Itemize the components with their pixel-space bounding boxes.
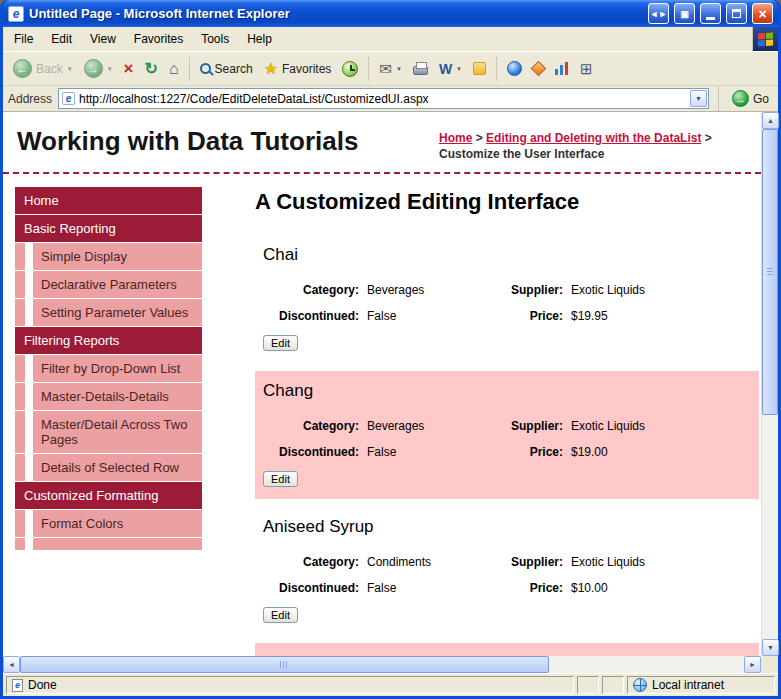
sidebar-item-format-colors[interactable]: Format Colors <box>33 510 202 537</box>
sidebar-item-details-of-selected-row[interactable]: Details of Selected Row <box>33 454 202 481</box>
search-icon <box>200 63 211 74</box>
breadcrumb: Home > Editing and Deleting with the Dat… <box>439 126 747 162</box>
minimize-button[interactable] <box>700 3 721 24</box>
media-diamond-icon <box>531 61 547 77</box>
chart-button[interactable] <box>551 60 573 77</box>
vertical-scroll-thumb[interactable] <box>762 129 778 415</box>
word-icon: W <box>439 62 452 76</box>
home-button[interactable]: ⌂ <box>165 59 183 79</box>
sidebar-row: Master-Details-Details <box>15 383 202 410</box>
vertical-scrollbar[interactable]: ▲ ▼ <box>761 112 778 656</box>
address-input[interactable] <box>79 89 686 108</box>
category-label: Category: <box>263 555 359 569</box>
discuss-button[interactable] <box>469 60 490 77</box>
supplier-value: Exotic Liquids <box>571 419 751 433</box>
price-value: $19.95 <box>571 309 751 323</box>
nav-indent-gap <box>25 271 33 298</box>
address-dropdown-button[interactable]: ▼ <box>690 90 707 107</box>
product-name: Chang <box>263 381 751 401</box>
edit-button[interactable]: Edit <box>263 607 298 623</box>
supplier-label: Supplier: <box>487 555 563 569</box>
media-button[interactable] <box>529 61 548 76</box>
print-button[interactable] <box>409 60 432 77</box>
breadcrumb-link-home[interactable]: Home <box>439 131 472 145</box>
sidebar-item-simple-display[interactable]: Simple Display <box>33 243 202 270</box>
grid-button[interactable]: ⊞ <box>576 59 597 78</box>
menu-favorites[interactable]: Favorites <box>125 28 192 50</box>
scroll-down-button[interactable]: ▼ <box>762 639 779 656</box>
site-title: Working with Data Tutorials <box>17 126 358 162</box>
sidebar-item-setting-parameter-values[interactable]: Setting Parameter Values <box>33 299 202 326</box>
discontinued-value: False <box>367 581 479 595</box>
horizontal-scrollbar[interactable]: ◄ ► <box>3 656 778 673</box>
history-button[interactable] <box>338 59 362 79</box>
menu-edit[interactable]: Edit <box>42 28 81 50</box>
sidebar-item-filter-by-dropdown-list[interactable]: Filter by Drop-Down List <box>33 355 202 382</box>
window-arrows-button[interactable]: ◄► <box>648 3 669 24</box>
go-label: Go <box>753 92 769 106</box>
category-value: Beverages <box>367 419 479 433</box>
menu-tools[interactable]: Tools <box>192 28 238 50</box>
search-label: Search <box>215 62 253 76</box>
go-button[interactable]: → Go <box>728 89 773 108</box>
price-value: $10.00 <box>571 581 751 595</box>
scroll-right-button[interactable]: ► <box>744 656 761 673</box>
breadcrumb-link-section[interactable]: Editing and Deleting with the DataList <box>486 131 701 145</box>
back-button[interactable]: ← Back ▼ <box>9 57 77 80</box>
category-label: Category: <box>263 283 359 297</box>
scroll-up-button[interactable]: ▲ <box>762 112 779 129</box>
sidebar-item-master-details-details[interactable]: Master-Details-Details <box>33 383 202 410</box>
page-title: A Customized Editing Interface <box>255 189 759 215</box>
price-label: Price: <box>487 445 563 459</box>
search-button[interactable]: Search <box>196 60 257 78</box>
sidebar-item-master-detail-across-two-pages[interactable]: Master/Detail Across Two Pages <box>33 411 202 453</box>
menu-file[interactable]: File <box>5 28 42 50</box>
nav-indent-sliver <box>15 454 25 481</box>
sidebar-row-partial <box>15 538 202 550</box>
mail-button[interactable]: ✉ ▼ <box>375 59 406 78</box>
favorites-button[interactable]: ★ Favorites <box>260 59 336 79</box>
refresh-button[interactable]: ↻ <box>141 59 162 79</box>
sidebar-header-basic-reporting[interactable]: Basic Reporting <box>15 215 202 242</box>
sidebar-item-declarative-parameters[interactable]: Declarative Parameters <box>33 271 202 298</box>
mail-icon: ✉ <box>379 61 392 76</box>
edit-button[interactable]: Edit <box>263 471 298 487</box>
product-fields: Category: Condiments Supplier: Exotic Li… <box>263 555 751 595</box>
sidebar-row: Filter by Drop-Down List <box>15 355 202 382</box>
page-document-icon: e <box>12 679 23 692</box>
window-restore-small-button[interactable]: ▣ <box>674 3 695 24</box>
edit-with-word-button[interactable]: W ▼ <box>435 60 466 78</box>
product-name: Chai <box>263 245 751 265</box>
page-viewport: Working with Data Tutorials Home > Editi… <box>3 112 761 656</box>
edit-button[interactable]: Edit <box>263 335 298 351</box>
toolbar-separator <box>368 57 369 81</box>
horizontal-scroll-track[interactable] <box>20 656 744 673</box>
sidebar-header-customized-formatting[interactable]: Customized Formatting <box>15 482 202 509</box>
messenger-button[interactable] <box>503 59 526 78</box>
chart-bars-icon <box>555 62 569 75</box>
close-button[interactable]: × <box>752 3 773 24</box>
sidebar-header-filtering-reports[interactable]: Filtering Reports <box>15 327 202 354</box>
maximize-button[interactable] <box>726 3 747 24</box>
menu-view[interactable]: View <box>81 28 125 50</box>
page-header: Working with Data Tutorials Home > Editi… <box>3 112 761 174</box>
refresh-icon: ↻ <box>145 61 158 77</box>
scroll-left-button[interactable]: ◄ <box>3 656 20 673</box>
product-fields: Category: Beverages Supplier: Exotic Liq… <box>263 283 751 323</box>
nav-indent-sliver <box>15 383 25 410</box>
nav-indent-gap <box>25 510 33 537</box>
horizontal-scroll-thumb[interactable] <box>20 656 549 673</box>
forward-button[interactable]: → ▼ <box>80 57 117 80</box>
nav-indent-sliver <box>15 271 25 298</box>
edit-dropdown-icon: ▼ <box>456 66 462 72</box>
grid-icon: ⊞ <box>580 61 593 76</box>
ie-app-icon: e <box>8 6 24 22</box>
vertical-scroll-track[interactable] <box>762 129 778 639</box>
stop-button[interactable]: × <box>120 58 138 79</box>
sidebar-item-home[interactable]: Home <box>15 187 202 214</box>
history-clock-icon <box>342 61 358 77</box>
content-area: Working with Data Tutorials Home > Editi… <box>3 112 778 656</box>
discontinued-label: Discontinued: <box>263 445 359 459</box>
sidebar-item-partial[interactable] <box>33 538 202 550</box>
menu-help[interactable]: Help <box>238 28 281 50</box>
